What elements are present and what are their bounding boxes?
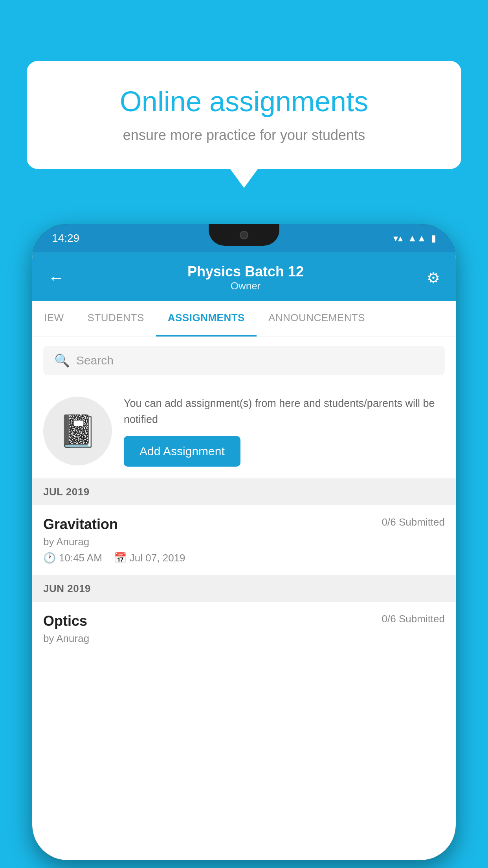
wifi-icon: ▾▴ [393,233,403,244]
assignment-time: 10:45 AM [59,552,102,564]
battery-icon: ▮ [431,233,436,244]
status-bar: 14:29 ▾▴ ▲▲ ▮ [32,224,456,252]
tab-students[interactable]: STUDENTS [76,301,156,337]
signal-icon: ▲▲ [407,233,426,244]
promo-text: You can add assignment(s) from here and … [124,395,445,427]
phone-camera [240,231,248,239]
tab-assignments[interactable]: ASSIGNMENTS [156,301,257,337]
assignment-by: by Anurag [43,536,445,548]
promo-icon-circle: 📓 [43,397,112,465]
assignment-name: Optics [43,613,87,629]
meta-time: 🕐 10:45 AM [43,552,102,564]
tab-announcements[interactable]: ANNOUNCEMENTS [257,301,377,337]
status-time: 14:29 [52,232,79,245]
list-item[interactable]: Gravitation 0/6 Submitted by Anurag 🕐 10… [32,505,456,576]
header-center: Physics Batch 12 Owner [187,263,304,292]
header-subtitle: Owner [187,280,304,292]
list-item[interactable]: Optics 0/6 Submitted by Anurag [32,602,456,660]
search-icon: 🔍 [54,353,70,368]
assignment-meta: 🕐 10:45 AM 📅 Jul 07, 2019 [43,552,445,564]
search-placeholder: Search [76,354,114,367]
phone-container: 14:29 ▾▴ ▲▲ ▮ ← Physics Batch 12 Owner ⚙ [32,224,456,860]
section-header-jun: JUN 2019 [32,576,456,602]
assignment-submitted: 0/6 Submitted [382,516,445,528]
app-header: ← Physics Batch 12 Owner ⚙ [32,252,456,301]
speech-bubble-subtitle: ensure more practice for your students [54,127,434,143]
assignment-row1: Optics 0/6 Submitted [43,613,445,629]
add-assignment-promo: 📓 You can add assignment(s) from here an… [32,384,456,479]
assignment-date: Jul 07, 2019 [130,552,185,564]
tab-iew[interactable]: IEW [32,301,76,337]
status-icons: ▾▴ ▲▲ ▮ [393,233,436,244]
clock-icon: 🕐 [43,552,56,564]
tabs-container: IEW STUDENTS ASSIGNMENTS ANNOUNCEMENTS [32,301,456,337]
assignment-row1: Gravitation 0/6 Submitted [43,516,445,533]
assignment-by: by Anurag [43,633,445,645]
speech-bubble-container: Online assignments ensure more practice … [27,61,461,169]
phone-screen: ← Physics Batch 12 Owner ⚙ IEW STUDENTS … [32,252,456,860]
search-container: 🔍 Search [32,337,456,384]
calendar-icon: 📅 [114,552,127,564]
notebook-icon: 📓 [58,413,97,450]
phone-frame: 14:29 ▾▴ ▲▲ ▮ ← Physics Batch 12 Owner ⚙ [32,224,456,860]
promo-content: You can add assignment(s) from here and … [124,395,445,467]
phone-notch [209,224,279,246]
back-button[interactable]: ← [48,268,64,287]
section-header-jul: JUL 2019 [32,479,456,505]
speech-bubble: Online assignments ensure more practice … [27,61,461,169]
meta-date: 📅 Jul 07, 2019 [114,552,185,564]
assignment-submitted: 0/6 Submitted [382,613,445,625]
assignment-name: Gravitation [43,516,118,533]
settings-icon[interactable]: ⚙ [427,269,440,287]
header-title: Physics Batch 12 [187,263,304,280]
search-bar[interactable]: 🔍 Search [43,346,445,375]
speech-bubble-title: Online assignments [54,85,434,118]
add-assignment-button[interactable]: Add Assignment [124,436,240,467]
